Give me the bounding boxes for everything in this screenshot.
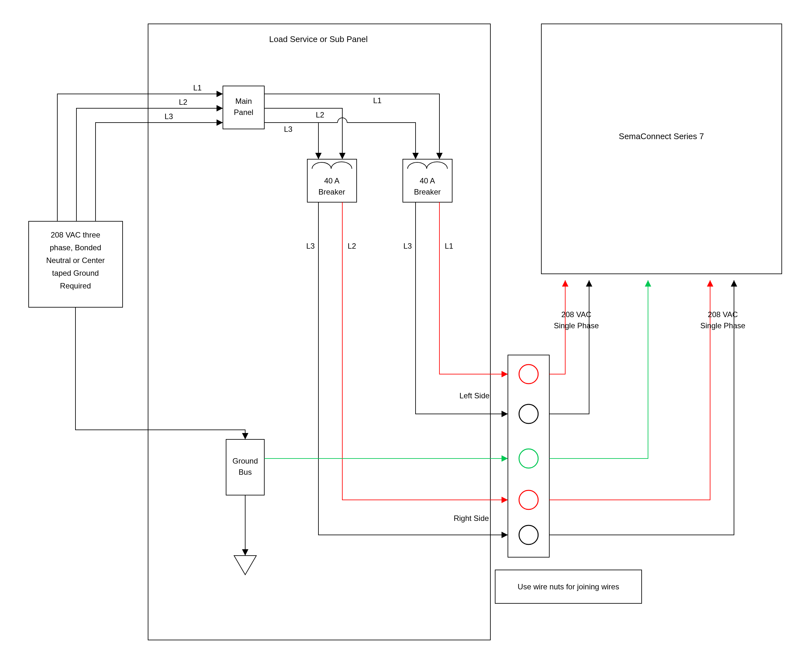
svg-marker-17 bbox=[645, 280, 651, 287]
sema-label: SemaConnect Series 7 bbox=[619, 132, 704, 141]
label-right-side: Right Side bbox=[454, 514, 489, 523]
breaker-left-l1: 40 A bbox=[324, 176, 339, 185]
source-line4: taped Ground bbox=[52, 269, 99, 277]
label-br-l1: L1 bbox=[445, 242, 453, 250]
vac-right-l1: 208 VAC bbox=[708, 310, 738, 319]
main-panel-l2: Panel bbox=[234, 108, 253, 117]
label-bl-l3: L3 bbox=[306, 242, 315, 250]
main-panel-l1: Main bbox=[235, 97, 252, 105]
label-l2-out: L2 bbox=[316, 110, 324, 119]
ground-bus-box bbox=[226, 439, 264, 495]
vac-left-l1: 208 VAC bbox=[561, 310, 591, 319]
source-line1: 208 VAC three bbox=[51, 230, 100, 239]
svg-marker-18 bbox=[707, 280, 713, 287]
label-br-l3: L3 bbox=[403, 242, 412, 250]
wire-nuts-label: Use wire nuts for joining wires bbox=[518, 582, 619, 591]
sema-box bbox=[541, 24, 782, 274]
svg-marker-9 bbox=[501, 371, 508, 377]
ground-bus-l1: Ground bbox=[232, 457, 258, 465]
source-line3: Neutral or Center bbox=[46, 256, 105, 265]
wire-tb-blacktop-up bbox=[549, 280, 589, 414]
ground-bus-l2: Bus bbox=[239, 468, 252, 476]
svg-marker-10 bbox=[501, 411, 508, 417]
panel-title: Load Service or Sub Panel bbox=[269, 34, 368, 44]
wire-tb-green-up bbox=[549, 280, 648, 459]
source-line5: Required bbox=[60, 281, 91, 290]
source-line2: phase, Bonded bbox=[50, 243, 101, 252]
label-left-side: Left Side bbox=[459, 391, 490, 400]
label-l1-in: L1 bbox=[193, 84, 202, 92]
breaker-right-l2: Breaker bbox=[414, 187, 441, 196]
svg-marker-19 bbox=[731, 280, 737, 287]
label-l2-in: L2 bbox=[179, 98, 187, 106]
breaker-right-l1: 40 A bbox=[420, 176, 435, 185]
svg-marker-7 bbox=[501, 497, 508, 503]
svg-marker-15 bbox=[562, 280, 568, 287]
label-bl-l2: L2 bbox=[348, 242, 356, 250]
label-l3-left: L3 bbox=[284, 125, 292, 134]
wiring-diagram: Load Service or Sub Panel 208 VAC three … bbox=[0, 0, 812, 668]
svg-marker-8 bbox=[501, 532, 508, 538]
breaker-left-l2: Breaker bbox=[318, 187, 345, 196]
vac-left-l2: Single Phase bbox=[554, 321, 599, 330]
label-l1-out: L1 bbox=[373, 96, 382, 105]
svg-marker-16 bbox=[586, 280, 592, 287]
svg-marker-14 bbox=[501, 455, 508, 462]
label-l3-in: L3 bbox=[165, 112, 173, 121]
main-panel-box bbox=[223, 86, 264, 129]
vac-right-l2: Single Phase bbox=[700, 321, 745, 330]
terminal-block-box bbox=[508, 355, 549, 557]
